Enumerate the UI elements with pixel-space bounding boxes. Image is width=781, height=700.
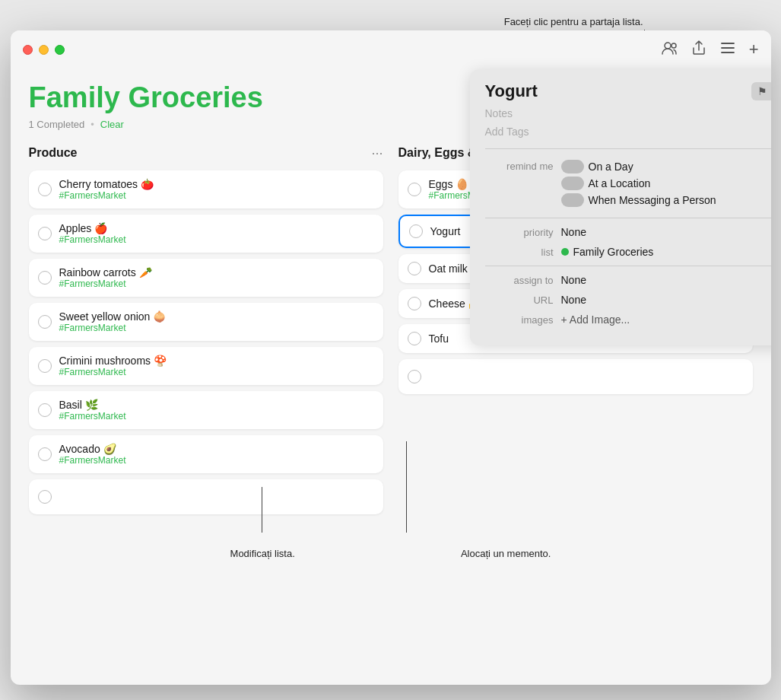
list-item[interactable]: Rainbow carrots 🥕 #FarmersMarket [29, 259, 383, 297]
item-name: Basil 🌿 [59, 399, 374, 411]
when-messaging-label: When Messaging a Person [589, 194, 716, 206]
item-checkbox[interactable] [408, 332, 421, 345]
toolbar: + [661, 40, 759, 60]
remind-me-row: remind me On a Day At a Location When [485, 160, 771, 210]
bottom-annotation-right: Alocați un memento. [461, 548, 551, 559]
item-name: Avocado 🥑 [59, 443, 374, 455]
empty-list-item[interactable] [398, 359, 753, 394]
bottom-annotation-left: Modificați lista. [230, 548, 295, 559]
at-location-label: At a Location [589, 177, 651, 189]
on-a-day-toggle[interactable] [561, 160, 584, 173]
item-checkbox[interactable] [408, 370, 421, 383]
flag-icon: ⚑ [757, 85, 767, 97]
at-location-toggle[interactable] [561, 177, 584, 190]
clear-button[interactable]: Clear [100, 119, 124, 130]
produce-header: Produce ··· [29, 145, 383, 161]
svg-point-0 [665, 43, 671, 49]
at-a-location-option[interactable]: At a Location [561, 177, 771, 190]
url-label: URL [485, 294, 554, 306]
list-item[interactable]: Sweet yellow onion 🧅 #FarmersMarket [29, 303, 383, 341]
assign-to-label: assign to [485, 274, 554, 286]
item-checkbox[interactable] [38, 447, 52, 461]
item-checkbox[interactable] [408, 183, 421, 196]
item-checkbox[interactable] [38, 403, 52, 417]
item-name: Sweet yellow onion 🧅 [59, 310, 374, 323]
item-name: Rainbow carrots 🥕 [59, 266, 374, 278]
on-a-day-label: On a Day [589, 161, 633, 173]
item-content: Cherry tomatoes 🍅 #FarmersMarket [59, 178, 374, 201]
add-image-button[interactable]: + Add Image... [561, 313, 630, 326]
item-checkbox[interactable] [408, 262, 421, 275]
share-icon[interactable] [691, 40, 706, 60]
list-item[interactable]: Cherry tomatoes 🍅 #FarmersMarket [29, 170, 383, 208]
item-tag: #FarmersMarket [59, 323, 374, 333]
collab-icon[interactable] [661, 40, 678, 60]
app-window: + Family Groceries 1 Completed • Clear P… [11, 30, 771, 685]
item-name: Apples 🍎 [59, 222, 374, 234]
item-content: Basil 🌿 #FarmersMarket [59, 399, 374, 422]
item-name: Crimini mushrooms 🍄 [59, 355, 374, 367]
list-item[interactable]: Basil 🌿 #FarmersMarket [29, 391, 383, 429]
maximize-button[interactable] [55, 45, 65, 55]
list-row: list Family Groceries [485, 246, 771, 258]
priority-row: priority None [485, 226, 771, 238]
item-checkbox[interactable] [38, 490, 52, 504]
item-content: Avocado 🥑 #FarmersMarket [59, 443, 374, 466]
produce-column: Produce ··· Cherry tomatoes 🍅 #FarmersMa… [29, 145, 383, 520]
url-value[interactable]: None [561, 294, 586, 306]
images-row: images + Add Image... [485, 313, 771, 326]
item-tag: #FarmersMarket [59, 190, 374, 201]
priority-value[interactable]: None [561, 226, 586, 238]
images-label: images [485, 313, 554, 326]
list-value[interactable]: Family Groceries [561, 246, 654, 258]
when-messaging-option[interactable]: When Messaging a Person [561, 193, 771, 207]
priority-label: priority [485, 226, 554, 238]
item-checkbox[interactable] [409, 224, 423, 238]
detail-notes[interactable]: Notes [485, 107, 771, 119]
assign-to-value[interactable]: None [561, 274, 586, 286]
divider [485, 266, 771, 266]
list-label: list [485, 246, 554, 258]
on-a-day-option[interactable]: On a Day [561, 160, 771, 173]
item-tag: #FarmersMarket [59, 278, 374, 289]
add-icon[interactable]: + [749, 40, 759, 59]
green-dot-icon [561, 248, 569, 256]
list-name: Family Groceries [573, 246, 654, 258]
item-content: Rainbow carrots 🥕 #FarmersMarket [59, 266, 374, 289]
item-checkbox[interactable] [38, 315, 52, 329]
top-annotation: Faceți clic pentru a partaja lista. [11, 16, 771, 30]
item-checkbox[interactable] [38, 227, 52, 240]
completed-count: 1 Completed [29, 119, 85, 130]
list-icon[interactable] [720, 41, 735, 59]
produce-title: Produce [29, 146, 78, 160]
list-item[interactable]: Crimini mushrooms 🍄 #FarmersMarket [29, 347, 383, 385]
minimize-button[interactable] [39, 45, 49, 55]
item-checkbox[interactable] [38, 359, 52, 373]
item-content: Sweet yellow onion 🧅 #FarmersMarket [59, 310, 374, 333]
produce-more-icon[interactable]: ··· [371, 145, 383, 161]
item-checkbox[interactable] [38, 271, 52, 285]
item-checkbox[interactable] [408, 297, 421, 310]
item-tag: #FarmersMarket [59, 411, 374, 422]
assign-to-row: assign to None [485, 274, 771, 286]
detail-tags[interactable]: Add Tags [485, 126, 771, 149]
svg-point-1 [671, 43, 676, 48]
item-tag: #FarmersMarket [59, 367, 374, 377]
detail-panel: Yogurt ⚑ Notes Add Tags remind me On a D… [470, 69, 771, 345]
when-messaging-toggle[interactable] [561, 193, 584, 207]
divider [485, 218, 771, 218]
close-button[interactable] [23, 45, 33, 55]
item-content: Apples 🍎 #FarmersMarket [59, 222, 374, 245]
list-item[interactable]: Apples 🍎 #FarmersMarket [29, 215, 383, 253]
traffic-lights [23, 45, 65, 55]
item-checkbox[interactable] [38, 183, 52, 196]
list-item[interactable]: Avocado 🥑 #FarmersMarket [29, 435, 383, 473]
item-tag: #FarmersMarket [59, 455, 374, 466]
empty-list-item[interactable] [29, 479, 383, 514]
flag-button[interactable]: ⚑ [751, 82, 771, 100]
content-area: Family Groceries 1 Completed • Clear Pro… [11, 69, 771, 533]
item-name: Cherry tomatoes 🍅 [59, 178, 374, 190]
remind-me-options: On a Day At a Location When Messaging a … [561, 160, 771, 210]
item-content: Crimini mushrooms 🍄 #FarmersMarket [59, 355, 374, 377]
item-tag: #FarmersMarket [59, 234, 374, 245]
